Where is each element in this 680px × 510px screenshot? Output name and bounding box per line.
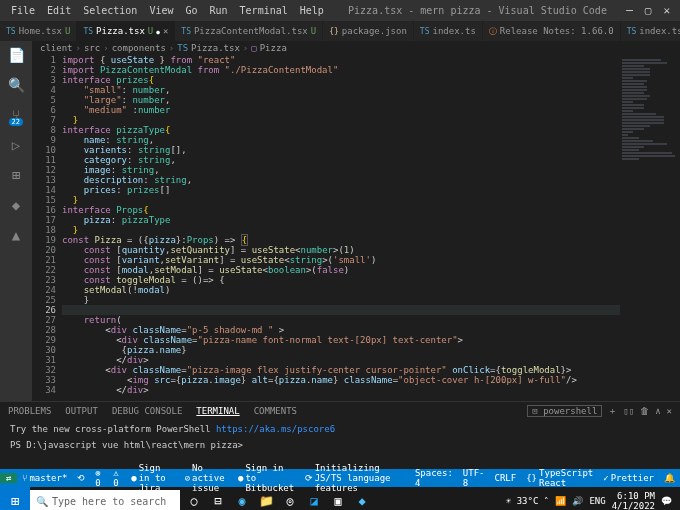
menu-view[interactable]: View: [144, 3, 178, 18]
panel-tab-debug[interactable]: DEBUG CONSOLE: [112, 406, 182, 416]
status-sync[interactable]: ⟲: [72, 473, 90, 483]
extensions-icon[interactable]: ⊞: [12, 167, 20, 183]
clock[interactable]: 6:10 PM 4/1/2022: [612, 491, 655, 510]
minimize-icon[interactable]: ─: [626, 4, 633, 17]
menu-run[interactable]: Run: [205, 3, 233, 18]
status-warnings[interactable]: ⚠ 0: [108, 468, 126, 488]
menu-go[interactable]: Go: [180, 3, 202, 18]
debug-icon[interactable]: ▷: [12, 137, 20, 153]
status-prettier[interactable]: ✓ Prettier: [598, 473, 659, 483]
panel-tab-output[interactable]: OUTPUT: [65, 406, 98, 416]
close-icon[interactable]: ✕: [663, 4, 670, 17]
menu-file[interactable]: File: [6, 3, 40, 18]
tab-indextsx[interactable]: TSindex.tsx..\reducersU: [621, 21, 680, 41]
menu-terminal[interactable]: Terminal: [235, 3, 293, 18]
tray-chevron-icon[interactable]: ˄: [544, 496, 549, 506]
tab-package[interactable]: {}package.json: [323, 21, 414, 41]
editor-tabs: TSHome.tsxU TSPizza.tsxU●✕ TSPizzaConten…: [0, 21, 680, 41]
cortana-icon[interactable]: ○: [182, 487, 206, 510]
status-branch[interactable]: ⑂ master*: [17, 473, 72, 483]
tab-modal[interactable]: TSPizzaContentModal.tsxU: [175, 21, 323, 41]
explorer-icon[interactable]: 📄: [8, 47, 25, 63]
edge-icon[interactable]: ◉: [230, 487, 254, 510]
atlassian-icon[interactable]: ▲: [12, 227, 20, 243]
maximize-icon[interactable]: ▢: [645, 4, 652, 17]
line-gutter: 1234567891011121314151617181920212223242…: [32, 55, 62, 401]
editor[interactable]: 1234567891011121314151617181920212223242…: [32, 55, 680, 401]
panel-close-icon[interactable]: ✕: [667, 406, 672, 416]
status-eol[interactable]: CRLF: [490, 473, 522, 483]
terminal-shell-select[interactable]: ⊡ powershell: [527, 405, 602, 417]
weather-widget[interactable]: ☀ 33°C: [506, 496, 539, 506]
vscode-taskbar-icon[interactable]: ◪: [302, 487, 326, 510]
terminal-body[interactable]: Try the new cross-platform PowerShell ht…: [0, 420, 680, 454]
system-tray[interactable]: ☀ 33°C ˄ 📶 🔊 ENG 6:10 PM 4/1/2022 💬: [506, 491, 680, 510]
tab-release[interactable]: ⓘRelease Notes: 1.66.0: [483, 21, 621, 41]
windows-taskbar: ⊞ 🔍 Type here to search ○ ⊟ ◉ 📁 ◎ ◪ ▣ ◆ …: [0, 487, 680, 510]
status-bar: ⇄ ⑂ master* ⟲ ⊗ 0 ⚠ 0 ● Sign in to Jira …: [0, 469, 680, 487]
menu-help[interactable]: Help: [295, 3, 329, 18]
terminal-split-icon[interactable]: ▯▯: [623, 406, 634, 416]
source-control-icon[interactable]: ⑂22: [12, 107, 20, 123]
menu-edit[interactable]: Edit: [42, 3, 76, 18]
terminal-taskbar-icon[interactable]: ▣: [326, 487, 350, 510]
window-title: Pizza.tsx - mern pizza - Visual Studio C…: [329, 5, 626, 16]
terminal-add-icon[interactable]: ＋: [608, 405, 617, 418]
notifications-icon[interactable]: 💬: [661, 496, 672, 506]
language-icon[interactable]: ENG: [589, 496, 605, 506]
minimap[interactable]: [620, 55, 680, 401]
wifi-icon[interactable]: 📶: [555, 496, 566, 506]
status-encoding[interactable]: UTF-8: [458, 468, 490, 488]
start-button[interactable]: ⊞: [0, 487, 30, 510]
panel: PROBLEMS OUTPUT DEBUG CONSOLE TERMINAL C…: [0, 401, 680, 469]
remote-icon[interactable]: ⇄: [0, 473, 17, 483]
tab-close-icon[interactable]: ✕: [163, 26, 168, 36]
tab-indexts[interactable]: TSindex.ts: [414, 21, 483, 41]
tab-pizza[interactable]: TSPizza.tsxU●✕: [77, 21, 175, 41]
task-view-icon[interactable]: ⊟: [206, 487, 230, 510]
menu-selection[interactable]: Selection: [78, 3, 142, 18]
terminal-trash-icon[interactable]: 🗑: [640, 406, 649, 416]
panel-tab-problems[interactable]: PROBLEMS: [8, 406, 51, 416]
explorer-folder-icon[interactable]: 📁: [254, 487, 278, 510]
volume-icon[interactable]: 🔊: [572, 496, 583, 506]
menu-bar: File Edit Selection View Go Run Terminal…: [0, 3, 329, 18]
panel-tab-comments[interactable]: COMMENTS: [254, 406, 297, 416]
status-bell-icon[interactable]: 🔔: [659, 473, 680, 483]
taskbar-search[interactable]: 🔍 Type here to search: [30, 490, 180, 510]
tab-home[interactable]: TSHome.tsxU: [0, 21, 77, 41]
breadcrumb[interactable]: client› src› components› TSPizza.tsx› ▢P…: [32, 41, 680, 55]
bitbucket-icon[interactable]: ◆: [12, 197, 20, 213]
status-spaces[interactable]: Spaces: 4: [410, 468, 458, 488]
search-icon[interactable]: 🔍: [8, 77, 25, 93]
status-jira[interactable]: ● Sign in to Jira: [126, 463, 179, 493]
panel-tab-terminal[interactable]: TERMINAL: [196, 406, 239, 416]
status-errors[interactable]: ⊗ 0: [90, 468, 108, 488]
chrome-icon[interactable]: ◎: [278, 487, 302, 510]
code-content[interactable]: import { useState } from "react" import …: [62, 55, 620, 401]
status-lang[interactable]: {} TypeScript React: [521, 468, 598, 488]
title-bar: File Edit Selection View Go Run Terminal…: [0, 0, 680, 21]
app-icon[interactable]: ◆: [350, 487, 374, 510]
activity-bar: 📄 🔍 ⑂22 ▷ ⊞ ◆ ▲: [0, 41, 32, 401]
panel-maximize-icon[interactable]: ∧: [655, 406, 660, 416]
